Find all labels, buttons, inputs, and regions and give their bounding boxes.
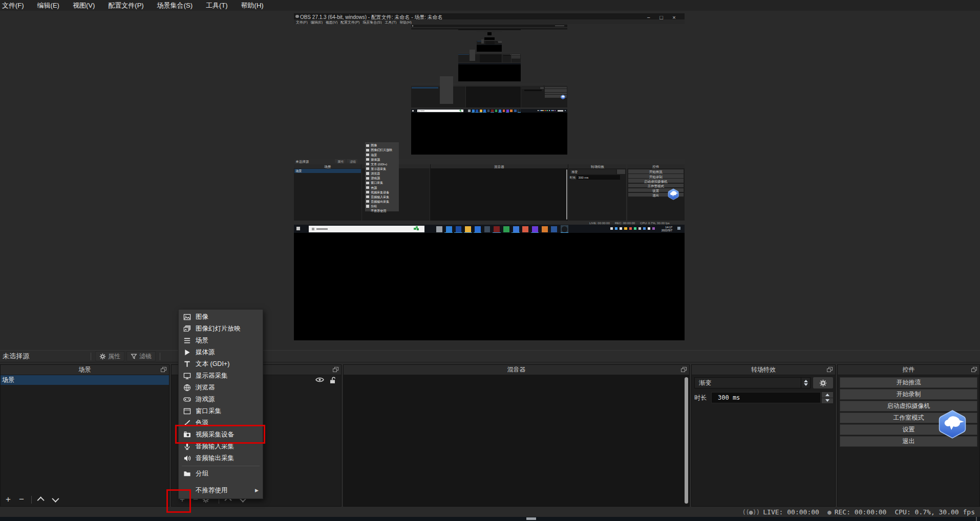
taskbar-app-icon <box>514 110 517 112</box>
menubar-item-5[interactable]: 工具(T) <box>199 0 235 11</box>
tray-icon <box>615 227 617 230</box>
move-down-icon[interactable] <box>48 494 61 505</box>
filters-label: 滤镜 <box>139 352 152 361</box>
context-menu-item-8[interactable]: 窗口采集 <box>179 405 263 417</box>
context-menu-item-7[interactable]: 游戏源 <box>179 394 263 405</box>
notification-icon <box>677 227 680 230</box>
mixer-panel-header[interactable]: 混音器 <box>344 365 689 375</box>
captured-duration-field <box>495 41 498 42</box>
captured-screen-level-2 <box>411 25 567 112</box>
preview-canvas[interactable]: OBS 27.1.3 (64-bit, windows) - 配置文件: 未命名… <box>294 13 685 340</box>
context-menu-item-2[interactable]: 场景 <box>179 335 263 346</box>
context-menu-item-14[interactable]: 分组 <box>179 468 263 480</box>
taskbar-app-icon <box>484 226 491 232</box>
status-bar: ((●)) LIVE: 00:00:00 ● REC: 00:00:00 CPU… <box>742 507 975 517</box>
tray-icon <box>555 110 556 111</box>
captured-mixer-header <box>480 53 502 54</box>
transition-select[interactable]: 渐变 <box>694 377 811 388</box>
transitions-title: 转场特效 <box>751 365 776 374</box>
transitions-panel-header[interactable]: 转场特效 <box>692 365 835 375</box>
scenes-panel-header[interactable]: 场景 <box>1 365 169 375</box>
context-menu-item-5[interactable]: 显示器采集 <box>179 370 263 382</box>
tray-icon <box>545 110 546 111</box>
controls-title: 控件 <box>903 365 915 374</box>
annotation-video-capture-device <box>175 425 265 444</box>
live-signal-icon: ((●)) <box>742 508 759 516</box>
duration-input[interactable]: 300 ms <box>711 392 821 403</box>
captured-text: 渐变 <box>571 170 578 175</box>
tray-icon <box>634 227 636 230</box>
main-menubar: 文件(F)编辑(E)视图(V)配置文件(P)场景集合(S)工具(T)帮助(H) <box>0 0 980 11</box>
captured-screen-level-3 <box>458 29 521 64</box>
menubar-item-1[interactable]: 编辑(E) <box>31 0 66 11</box>
menubar-item-3[interactable]: 配置文件(P) <box>101 0 150 11</box>
popout-icon[interactable] <box>827 367 833 372</box>
visibility-eye-icon[interactable] <box>315 377 324 384</box>
tray-icon <box>629 227 632 230</box>
window-capture-icon <box>183 407 191 415</box>
controls-panel-header[interactable]: 控件 <box>838 365 979 375</box>
controls-button-0[interactable]: 开始推流 <box>840 377 977 388</box>
popout-icon[interactable] <box>971 367 977 372</box>
taskbar-app-icon <box>465 226 471 232</box>
menubar-item-4[interactable]: 场景集合(S) <box>151 0 199 11</box>
tray-icon <box>547 110 548 111</box>
taskbar-app-icon <box>456 226 462 232</box>
thunder-download-overlay-icon[interactable] <box>938 409 967 439</box>
filters-button[interactable]: 滤镜 <box>126 351 156 361</box>
context-menu-item-1[interactable]: 图像幻灯片放映 <box>179 323 263 335</box>
taskbar-app-icon <box>468 110 471 112</box>
transition-gear-button[interactable] <box>813 377 833 388</box>
captured-transition-gear <box>540 87 543 89</box>
popout-icon[interactable] <box>681 367 687 372</box>
captured-text: 属性 <box>337 160 344 164</box>
captured-duration-field <box>503 55 510 56</box>
move-up-icon[interactable] <box>35 494 48 505</box>
add-scene-icon[interactable]: + <box>2 494 15 505</box>
duration-label: 时长 <box>694 392 707 403</box>
duration-spinner[interactable] <box>822 392 833 403</box>
source-row-icons <box>315 377 336 384</box>
captured-text: 滤镜 <box>350 160 356 164</box>
scene-list-item[interactable]: 场景 <box>1 375 169 385</box>
text-icon <box>183 360 191 368</box>
tray-icon <box>543 110 544 111</box>
context-menu-item-12[interactable]: 音频输出采集 <box>179 452 263 464</box>
context-menu-item-3[interactable]: 媒体源 <box>179 346 263 358</box>
captured-text: 混音器 <box>430 165 568 169</box>
popout-icon[interactable] <box>161 367 166 372</box>
captured-scenes-panel <box>477 40 481 44</box>
toolbar-separator <box>31 496 32 504</box>
captured-text: 开始录制 <box>628 175 684 179</box>
menubar-item-0[interactable]: 文件(F) <box>0 0 31 11</box>
taskbar-app-icon <box>436 226 442 232</box>
popout-icon[interactable] <box>333 367 338 372</box>
transition-select-spinner[interactable] <box>801 378 810 388</box>
context-menu-item-6[interactable]: 浏览器 <box>179 382 263 394</box>
captured-menu-icon <box>366 167 369 170</box>
taskbar-app-icon <box>494 226 500 232</box>
remove-scene-icon[interactable]: − <box>15 494 28 505</box>
scene-icon <box>183 337 191 344</box>
captured-text: 场景 <box>295 169 302 173</box>
context-menu-item-16[interactable]: 不推荐使用▶ <box>179 484 263 497</box>
properties-button[interactable]: 属性 <box>95 351 124 361</box>
context-menu-item-4[interactable]: 文本 (GDI+) <box>179 358 263 370</box>
controls-button-1[interactable]: 开始录制 <box>840 389 977 400</box>
transition-value: 渐变 <box>695 379 801 387</box>
tray-icon <box>652 227 655 230</box>
menu-item-label: 文本 (GDI+) <box>196 360 229 368</box>
captured-mixer-panel <box>430 164 568 221</box>
menu-item-label: 音频输出采集 <box>196 454 234 463</box>
mixer-scrollbar[interactable] <box>685 377 688 504</box>
captured-controls-button <box>545 89 567 91</box>
menubar-item-6[interactable]: 帮助(H) <box>235 0 270 11</box>
context-menu-item-0[interactable]: 图像 <box>179 311 263 323</box>
menubar-item-2[interactable]: 视图(V) <box>66 0 101 11</box>
taskbar-app-icon <box>503 226 509 232</box>
search-icon <box>312 228 314 230</box>
lock-icon[interactable] <box>329 377 336 384</box>
captured-text: 控件 <box>627 165 685 169</box>
tray-icon <box>620 227 622 230</box>
captured-mixer-scrollbar <box>566 169 567 220</box>
